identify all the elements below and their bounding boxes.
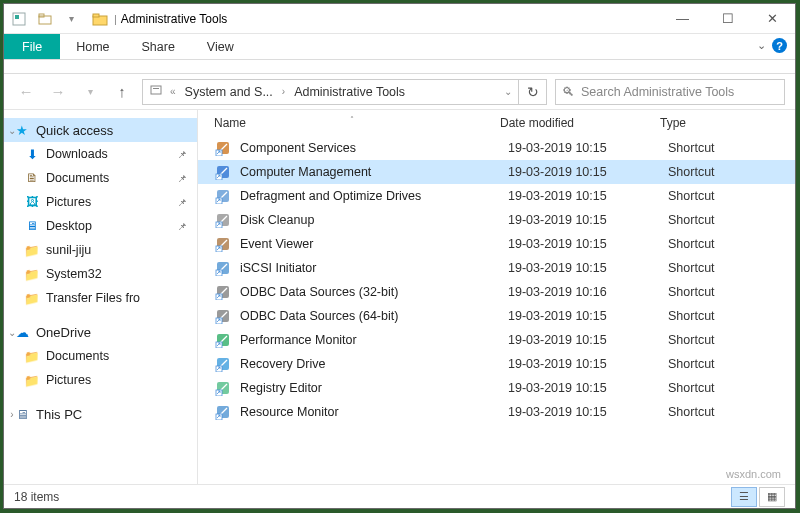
nav-label: Transfer Files fro (46, 291, 140, 305)
expander-icon[interactable]: › (6, 409, 18, 420)
status-item-count: 18 items (14, 490, 59, 504)
view-icons-button[interactable]: ▦ (759, 487, 785, 507)
file-rows[interactable]: Component Services19-03-2019 10:15Shortc… (198, 136, 795, 484)
file-row[interactable]: iSCSI Initiator19-03-2019 10:15Shortcut (198, 256, 795, 280)
folder-icon: 📁 (24, 348, 40, 364)
file-row[interactable]: Event Viewer19-03-2019 10:15Shortcut (198, 232, 795, 256)
svg-rect-7 (153, 88, 159, 89)
file-type: Shortcut (668, 141, 795, 155)
address-dropdown-icon[interactable]: ⌄ (504, 86, 512, 97)
file-row[interactable]: Resource Monitor19-03-2019 10:15Shortcut (198, 400, 795, 424)
pin-icon: 📌︎ (177, 149, 187, 160)
file-row[interactable]: Component Services19-03-2019 10:15Shortc… (198, 136, 795, 160)
file-row[interactable]: ODBC Data Sources (32-bit)19-03-2019 10:… (198, 280, 795, 304)
nav-downloads[interactable]: ⬇ Downloads 📌︎ (4, 142, 197, 166)
nav-forward-button[interactable]: → (46, 80, 70, 104)
file-type: Shortcut (668, 381, 795, 395)
search-placeholder: Search Administrative Tools (581, 85, 734, 99)
file-name: Disk Cleanup (240, 213, 508, 227)
nav-back-button[interactable]: ← (14, 80, 38, 104)
breadcrumb-item[interactable]: Administrative Tools (292, 85, 407, 99)
file-type: Shortcut (668, 189, 795, 203)
refresh-button[interactable]: ↻ (519, 79, 547, 105)
file-type: Shortcut (668, 237, 795, 251)
title-separator: | (114, 13, 117, 25)
file-row[interactable]: Recovery Drive19-03-2019 10:15Shortcut (198, 352, 795, 376)
qat-dropdown-icon[interactable]: ▾ (60, 8, 82, 30)
nav-onedrive-documents[interactable]: 📁 Documents (4, 344, 197, 368)
file-type: Shortcut (668, 285, 795, 299)
file-tab[interactable]: File (4, 34, 60, 59)
nav-recent-dropdown[interactable]: ▾ (78, 80, 102, 104)
nav-documents[interactable]: 🗎 Documents 📌︎ (4, 166, 197, 190)
file-name: Defragment and Optimize Drives (240, 189, 508, 203)
folder-icon (92, 11, 108, 27)
nav-recent-folder[interactable]: 📁 System32 (4, 262, 197, 286)
file-date: 19-03-2019 10:15 (508, 165, 668, 179)
column-type[interactable]: Type (660, 116, 795, 130)
file-row[interactable]: Disk Cleanup19-03-2019 10:15Shortcut (198, 208, 795, 232)
breadcrumb-item[interactable]: System and S... (183, 85, 275, 99)
file-name: Component Services (240, 141, 508, 155)
file-row[interactable]: Registry Editor19-03-2019 10:15Shortcut (198, 376, 795, 400)
nav-pictures[interactable]: 🖼 Pictures 📌︎ (4, 190, 197, 214)
chevron-right-icon: › (279, 86, 288, 97)
minimize-button[interactable]: — (660, 4, 705, 34)
chevron-right-icon[interactable]: « (167, 86, 179, 97)
nav-this-pc[interactable]: › 🖥 This PC (4, 402, 197, 426)
tab-view[interactable]: View (191, 34, 250, 59)
nav-up-button[interactable]: ↑ (110, 80, 134, 104)
file-date: 19-03-2019 10:15 (508, 141, 668, 155)
picture-icon: 🖼 (24, 194, 40, 210)
file-date: 19-03-2019 10:15 (508, 333, 668, 347)
expander-icon[interactable]: ⌄ (6, 125, 18, 136)
navigation-pane[interactable]: ⌄ ★ Quick access ⬇ Downloads 📌︎ 🗎 Docume… (4, 110, 198, 484)
qat-properties-icon[interactable] (8, 8, 30, 30)
file-name: Computer Management (240, 165, 508, 179)
nav-recent-folder[interactable]: 📁 Transfer Files fro (4, 286, 197, 310)
search-icon: 🔍︎ (562, 85, 575, 99)
file-name: ODBC Data Sources (64-bit) (240, 309, 508, 323)
nav-quick-access[interactable]: ⌄ ★ Quick access (4, 118, 197, 142)
nav-desktop[interactable]: 🖥 Desktop 📌︎ (4, 214, 197, 238)
help-icon[interactable]: ? (772, 38, 787, 53)
status-bar: 18 items ☰ ▦ (4, 484, 795, 508)
desktop-icon: 🖥 (24, 218, 40, 234)
nav-label: Documents (46, 171, 109, 185)
search-input[interactable]: 🔍︎ Search Administrative Tools (555, 79, 785, 105)
column-name[interactable]: Name ˄ (210, 116, 500, 130)
shortcut-icon (214, 235, 232, 253)
nav-onedrive-pictures[interactable]: 📁 Pictures (4, 368, 197, 392)
shortcut-icon (214, 187, 232, 205)
nav-recent-folder[interactable]: 📁 sunil-jiju (4, 238, 197, 262)
shortcut-icon (214, 307, 232, 325)
column-headers: Name ˄ Date modified Type (198, 110, 795, 136)
nav-label: Pictures (46, 195, 91, 209)
shortcut-icon (214, 163, 232, 181)
file-type: Shortcut (668, 405, 795, 419)
expander-icon[interactable]: ⌄ (6, 327, 18, 338)
file-row[interactable]: ODBC Data Sources (64-bit)19-03-2019 10:… (198, 304, 795, 328)
file-date: 19-03-2019 10:15 (508, 381, 668, 395)
file-type: Shortcut (668, 165, 795, 179)
file-row[interactable]: Defragment and Optimize Drives19-03-2019… (198, 184, 795, 208)
folder-icon: 📁 (24, 242, 40, 258)
breadcrumb[interactable]: « System and S... › Administrative Tools… (142, 79, 519, 105)
nav-label: Desktop (46, 219, 92, 233)
tab-home[interactable]: Home (60, 34, 125, 59)
file-row[interactable]: Performance Monitor19-03-2019 10:15Short… (198, 328, 795, 352)
view-details-button[interactable]: ☰ (731, 487, 757, 507)
file-date: 19-03-2019 10:15 (508, 405, 668, 419)
nav-label: Downloads (46, 147, 108, 161)
maximize-button[interactable]: ☐ (705, 4, 750, 34)
qat-newfolder-icon[interactable] (34, 8, 56, 30)
file-date: 19-03-2019 10:15 (508, 309, 668, 323)
file-row[interactable]: Computer Management19-03-2019 10:15Short… (198, 160, 795, 184)
tab-share[interactable]: Share (126, 34, 191, 59)
file-name: Registry Editor (240, 381, 508, 395)
close-button[interactable]: ✕ (750, 4, 795, 34)
explorer-window: ▾ | Administrative Tools — ☐ ✕ File Home… (3, 3, 796, 509)
ribbon-expand-icon[interactable]: ⌄ (757, 39, 766, 52)
column-date[interactable]: Date modified (500, 116, 660, 130)
nav-onedrive[interactable]: ⌄ ☁ OneDrive (4, 320, 197, 344)
